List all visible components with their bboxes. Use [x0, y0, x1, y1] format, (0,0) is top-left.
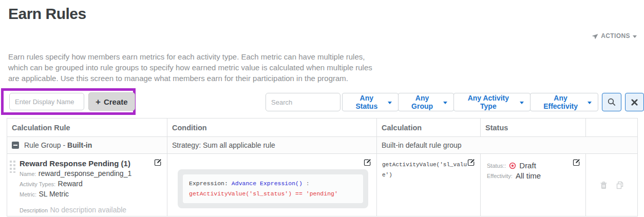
search-icon: [608, 98, 616, 106]
filter-label: Any Activity Type: [460, 94, 517, 110]
display-name-input[interactable]: [9, 93, 84, 110]
trash-icon[interactable]: [600, 181, 608, 189]
chevron-down-icon: [633, 35, 637, 38]
rule-actions-cell: [586, 154, 638, 216]
header-actions: [586, 119, 638, 137]
description-line: Earn rules specify how members earn metr…: [8, 51, 372, 62]
create-button-label: Create: [104, 97, 128, 106]
earn-rules-page: Earn Rules ACTIONS Earn rules specify ho…: [0, 0, 644, 217]
actions-menu-label: ACTIONS: [601, 32, 630, 40]
x-icon: [631, 99, 638, 106]
copy-icon[interactable]: [616, 181, 624, 189]
header-status: Status: [481, 119, 586, 137]
collapse-minus-icon[interactable]: [12, 142, 19, 149]
effectivity-field: Effectivity: All time: [487, 171, 580, 180]
description-line: which can be grouped into rule groups to…: [8, 62, 372, 73]
highlight-box: + Create: [1, 88, 136, 115]
edit-condition-icon[interactable]: [364, 159, 371, 166]
rule-group-strategy-cell: Strategy: Sum all applicable rule: [167, 137, 377, 154]
clear-filters-button[interactable]: [625, 93, 644, 111]
rule-metric-field: Metric: SL Metric: [20, 189, 163, 199]
rule-condition-cell: Expression: Advance Expression() : getAc…: [167, 154, 377, 216]
search-button[interactable]: [602, 93, 621, 111]
condition-expression-box: Expression: Advance Expression() : getAc…: [178, 169, 368, 208]
table-header-row: Calculation Rule Condition Calculation S…: [7, 119, 638, 137]
description-line: are applicable. Use this screen to manag…: [8, 73, 372, 84]
filter-any-group[interactable]: Any Group: [398, 93, 454, 111]
header-calculation: Calculation: [377, 119, 481, 137]
header-condition: Condition: [167, 119, 377, 137]
rule-row: Reward Response Pending (1) Name: reward…: [7, 154, 638, 216]
draft-status-icon: [509, 162, 516, 169]
filter-any-activity-type[interactable]: Any Activity Type: [453, 93, 531, 111]
create-button[interactable]: + Create: [88, 92, 135, 111]
rule-info-cell: Reward Response Pending (1) Name: reward…: [7, 154, 167, 216]
rule-calculation-cell: getActivityValue('sl_value'): [377, 154, 481, 216]
rule-group-title: Rule Group - Built-in: [24, 141, 92, 149]
rule-activity-types-field: Activity Types: Reward: [20, 179, 163, 188]
search-input[interactable]: [266, 93, 340, 111]
chevron-down-icon: [388, 102, 392, 104]
filter-bar: Any Status Any Group Any Activity Type A…: [266, 93, 644, 111]
filter-label: Any Group: [405, 94, 440, 110]
plus-icon: +: [96, 97, 101, 106]
chevron-down-icon: [443, 102, 447, 104]
edit-calculation-icon[interactable]: [467, 159, 475, 166]
filter-label: Any Effectivity: [537, 94, 584, 110]
rule-name-field: Name: reward_response_pending_1: [20, 169, 163, 178]
filter-label: Any Status: [349, 94, 385, 110]
filter-any-effectivity[interactable]: Any Effectivity: [530, 93, 598, 111]
header-calculation-rule: Calculation Rule: [7, 119, 167, 137]
drag-handle-icon[interactable]: [10, 161, 16, 173]
chevron-down-icon: [588, 102, 592, 104]
page-title: Earn Rules: [8, 5, 86, 23]
effectivity-value: All time: [516, 171, 541, 180]
earn-rules-table: Calculation Rule Condition Calculation S…: [7, 118, 638, 216]
condition-expression-code: Expression: Advance Expression() : getAc…: [183, 174, 363, 203]
rule-group-calculation-cell: Built-in default rule group: [377, 137, 638, 154]
rule-description-field: Description No description available: [20, 205, 163, 214]
paper-plane-icon: [592, 33, 598, 40]
rule-group-row: Rule Group - Built-in Strategy: Sum all …: [7, 137, 638, 154]
page-description: Earn rules specify how members earn metr…: [8, 51, 372, 84]
filter-any-status[interactable]: Any Status: [342, 93, 399, 111]
rule-group-title-cell: Rule Group - Built-in: [7, 137, 167, 154]
chevron-down-icon: [520, 102, 524, 104]
rule-status-cell: Status:: Draft Effectivity: All time: [481, 154, 586, 216]
rule-title: Reward Response Pending (1): [20, 159, 163, 168]
edit-status-icon[interactable]: [573, 159, 580, 166]
calculation-code: getActivityValue('sl_value'): [377, 154, 480, 181]
status-field: Status:: Draft: [487, 161, 580, 170]
actions-menu-button[interactable]: ACTIONS: [592, 32, 637, 40]
status-value: Draft: [519, 161, 536, 170]
edit-rule-icon[interactable]: [154, 159, 162, 166]
